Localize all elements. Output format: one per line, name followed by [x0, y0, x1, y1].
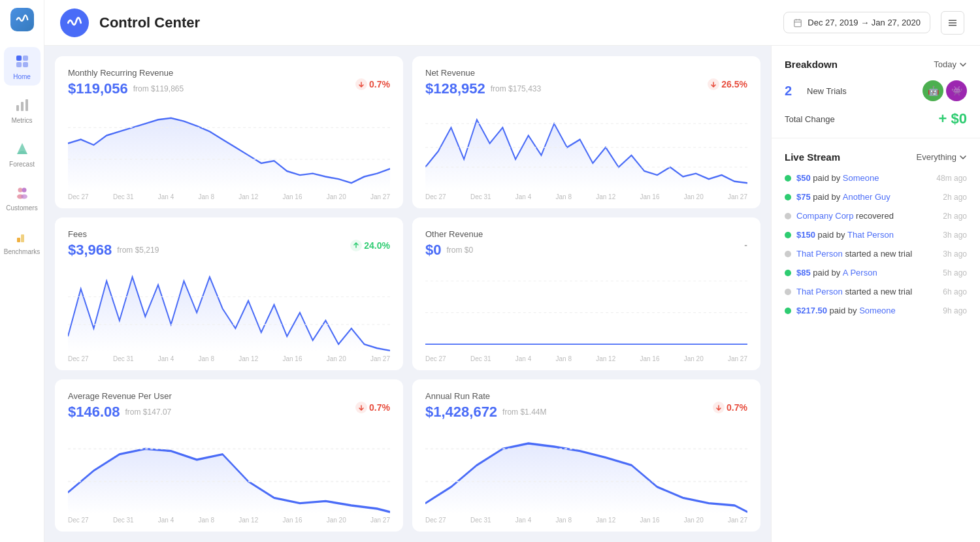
breakdown-section: Breakdown Today 2 New Trials 🤖 👾 — [772, 46, 980, 138]
fees-chart — [68, 265, 390, 352]
livestream-chevron-icon — [959, 153, 967, 161]
svg-rect-6 — [25, 99, 28, 111]
stream-text-6: That Person started a new trial — [796, 287, 938, 296]
stream-dot-6 — [785, 289, 791, 295]
svg-rect-13 — [21, 234, 24, 242]
other-revenue-badge: - — [744, 240, 747, 250]
mrr-value: $119,056 — [68, 80, 128, 97]
svg-point-11 — [21, 195, 27, 199]
chevron-down-icon — [959, 61, 967, 69]
svg-rect-3 — [23, 62, 28, 67]
sidebar-item-label-benchmarks: Benchmarks — [4, 248, 41, 255]
avatar-2: 👾 — [946, 80, 967, 101]
fees-badge: 24.0% — [350, 240, 390, 251]
home-icon — [13, 52, 31, 71]
main-content: Control Center Dec 27, 2019 → Jan 27, 20… — [44, 0, 980, 542]
mrr-x-labels: Dec 27Dec 31Jan 4Jan 8Jan 12Jan 16Jan 20… — [68, 193, 390, 200]
mrr-from: from $119,865 — [133, 84, 184, 93]
benchmarks-icon — [13, 227, 31, 246]
livestream-section: Live Stream Everything $50 paid by Someo… — [772, 138, 980, 542]
right-panel: Breakdown Today 2 New Trials 🤖 👾 — [771, 46, 980, 542]
header-logo — [60, 8, 89, 37]
stream-dot-5 — [785, 270, 791, 276]
new-trials-count: 2 — [785, 84, 800, 99]
stream-text-4: That Person started a new trial — [796, 249, 938, 259]
sidebar-item-forecast[interactable]: Forecast — [4, 135, 41, 173]
arr-value: $1,428,672 — [425, 404, 497, 421]
net-revenue-from: from $175,433 — [491, 84, 541, 93]
date-range-picker[interactable]: Dec 27, 2019 → Jan 27, 2020 — [783, 12, 930, 33]
stream-item-3: $150 paid by That Person 3h ago — [785, 230, 967, 240]
fees-title: Fees — [68, 229, 390, 239]
svg-rect-0 — [16, 56, 22, 61]
stream-text-5: $85 paid by A Person — [796, 268, 938, 278]
calendar-icon — [793, 18, 802, 27]
svg-point-9 — [22, 188, 26, 193]
new-trials-row: 2 New Trials 🤖 👾 — [785, 80, 967, 101]
arpu-card: Average Revenue Per User $146.08 from $1… — [55, 379, 403, 532]
sidebar-item-label-customers: Customers — [6, 204, 37, 212]
svg-rect-12 — [17, 238, 20, 242]
total-change-label: Total Change — [785, 114, 835, 124]
livestream-dropdown[interactable]: Everything — [917, 152, 967, 162]
svg-rect-5 — [21, 102, 24, 111]
date-range-text: Dec 27, 2019 → Jan 27, 2020 — [808, 18, 921, 27]
other-revenue-title: Other Revenue — [425, 229, 747, 239]
forecast-icon — [13, 140, 31, 158]
customers-icon — [13, 183, 31, 202]
stream-dot-3 — [785, 232, 791, 238]
mrr-chart — [68, 104, 390, 191]
mrr-title: Monthly Recurring Revenue — [68, 68, 390, 78]
livestream-dropdown-label: Everything — [917, 152, 956, 162]
arr-chart — [425, 427, 747, 514]
arpu-title: Average Revenue Per User — [68, 391, 390, 401]
sidebar-item-customers[interactable]: Customers — [4, 178, 41, 217]
sidebar-item-label-home: Home — [13, 73, 31, 80]
arpu-arrow-icon — [355, 402, 367, 413]
svg-rect-14 — [794, 20, 802, 26]
net-revenue-arrow-icon — [708, 78, 719, 90]
mrr-arrow-icon — [355, 78, 367, 90]
net-revenue-badge: 26.5% — [708, 78, 747, 90]
other-revenue-chart — [425, 265, 747, 352]
breakdown-avatars: 🤖 👾 — [923, 80, 967, 101]
avatar-1: 🤖 — [923, 80, 943, 101]
stream-item-6: That Person started a new trial 6h ago — [785, 287, 967, 296]
breakdown-dropdown[interactable]: Today — [934, 59, 967, 69]
net-revenue-value: $128,952 — [425, 80, 485, 97]
stream-dot-0 — [785, 175, 791, 182]
sidebar-item-metrics[interactable]: Metrics — [4, 91, 41, 129]
stream-item-0: $50 paid by Someone 48m ago — [785, 173, 967, 183]
breakdown-dropdown-label: Today — [934, 59, 956, 69]
stream-item-1: $75 paid by Another Guy 2h ago — [785, 192, 967, 202]
other-revenue-value: $0 — [425, 242, 441, 259]
fees-x-labels: Dec 27Dec 31Jan 4Jan 8Jan 12Jan 16Jan 20… — [68, 355, 390, 362]
sidebar-item-home[interactable]: Home — [4, 47, 41, 86]
net-revenue-x-labels: Dec 27Dec 31Jan 4Jan 8Jan 12Jan 16Jan 20… — [425, 193, 747, 200]
arpu-badge: 0.7% — [355, 402, 390, 413]
stream-text-2: Company Corp recovered — [796, 211, 938, 221]
fees-from: from $5,219 — [117, 246, 159, 255]
net-revenue-chart — [425, 104, 747, 191]
arr-badge: 0.7% — [713, 402, 747, 413]
sidebar-item-label-forecast: Forecast — [9, 161, 35, 168]
hamburger-button[interactable] — [941, 11, 964, 35]
total-change-row: Total Change + $0 — [785, 110, 967, 127]
mrr-card: Monthly Recurring Revenue $119,056 from … — [55, 56, 403, 208]
stream-text-0: $50 paid by Someone — [796, 173, 931, 183]
svg-rect-4 — [16, 105, 19, 111]
metrics-icon — [13, 96, 31, 114]
other-revenue-card: Other Revenue $0 from $0 - Dec 27Dec — [412, 217, 760, 370]
fees-value: $3,968 — [68, 242, 112, 259]
arr-arrow-icon — [713, 402, 725, 413]
stream-dot-2 — [785, 213, 791, 219]
fees-card: Fees $3,968 from $5,219 24.0% — [55, 217, 403, 370]
net-revenue-title: Net Revenue — [425, 68, 747, 78]
livestream-title: Live Stream — [785, 151, 840, 163]
arpu-from: from $147.07 — [125, 407, 172, 417]
svg-point-8 — [18, 188, 22, 193]
stream-text-3: $150 paid by That Person — [796, 230, 938, 240]
sidebar-item-benchmarks[interactable]: Benchmarks — [4, 222, 41, 261]
net-revenue-card: Net Revenue $128,952 from $175,433 26.5% — [412, 56, 760, 208]
stream-item-7: $217.50 paid by Someone 9h ago — [785, 306, 967, 315]
